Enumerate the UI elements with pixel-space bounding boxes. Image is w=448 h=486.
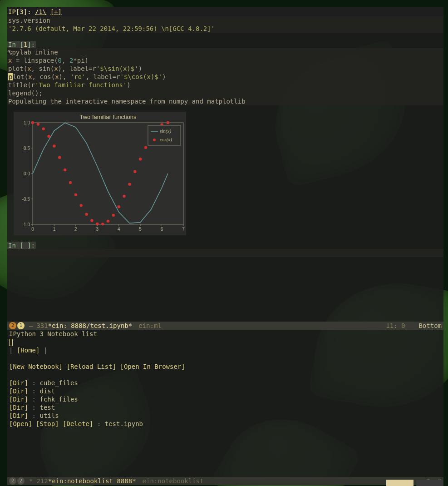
svg-point-41 bbox=[101, 223, 104, 225]
svg-point-28 bbox=[31, 121, 34, 124]
nb-list-title: IPython 3 Notebook list bbox=[9, 330, 442, 338]
svg-point-35 bbox=[69, 181, 72, 184]
svg-point-44 bbox=[118, 205, 120, 208]
notebooklist-pane: IPython 3 Notebook list | [Home] | [New … bbox=[7, 330, 443, 477]
svg-point-33 bbox=[58, 156, 61, 159]
cell-1-stdout: Populating the interactive namespace fro… bbox=[8, 98, 246, 105]
svg-point-53 bbox=[167, 121, 169, 124]
svg-text:Two familiar functions: Two familiar functions bbox=[80, 114, 137, 120]
cursor-bottom bbox=[9, 339, 13, 346]
svg-text:1: 1 bbox=[53, 227, 56, 232]
svg-text:1.0: 1.0 bbox=[24, 120, 30, 125]
svg-text:5: 5 bbox=[139, 227, 142, 232]
svg-point-43 bbox=[112, 214, 115, 217]
cursor: p bbox=[8, 73, 13, 80]
open-button[interactable]: [Open] bbox=[9, 420, 32, 427]
notebook-pane: IP[3]: /1\ [+] sys.version '2.7.6 (defau… bbox=[7, 7, 443, 322]
svg-text:4: 4 bbox=[118, 227, 120, 232]
svg-text:3: 3 bbox=[96, 227, 99, 232]
taskbar bbox=[386, 480, 443, 486]
dir-entry[interactable]: [Dir] : utils bbox=[9, 412, 442, 420]
reload-list-button[interactable]: [Reload List] bbox=[66, 363, 116, 370]
dir-entry[interactable]: [Dir] : cube_files bbox=[9, 379, 442, 387]
dir-entry[interactable]: [Dir] : test bbox=[9, 403, 442, 412]
cell-1-prompt: In [1]: bbox=[7, 41, 443, 48]
cell-2-prompt: In [ ]: bbox=[7, 242, 443, 249]
svg-point-29 bbox=[37, 123, 39, 125]
scroll-pos: Bottom bbox=[418, 322, 442, 330]
svg-text:-0.5: -0.5 bbox=[22, 197, 30, 202]
svg-point-38 bbox=[85, 213, 88, 216]
svg-text:0: 0 bbox=[31, 227, 34, 232]
delete-button[interactable]: [Delete] bbox=[63, 420, 93, 427]
modeline-bottom: 2 2 * 212 *ein:notebooklist 8888* ein:no… bbox=[7, 477, 443, 485]
svg-point-48 bbox=[139, 158, 142, 160]
taskbar-thumb[interactable] bbox=[386, 480, 414, 486]
svg-point-30 bbox=[42, 127, 45, 130]
taskbar-thumb[interactable] bbox=[416, 480, 443, 486]
cell-1-source[interactable]: %pylab inline x = linspace(0, 2*pi) plot… bbox=[7, 48, 443, 105]
svg-text:sin(x): sin(x) bbox=[160, 128, 171, 134]
svg-point-47 bbox=[133, 170, 136, 173]
output-line: '2.7.6 (default, Mar 22 2014, 22:59:56) … bbox=[8, 25, 215, 32]
svg-text:2: 2 bbox=[74, 227, 77, 232]
tab-active[interactable]: /1\ bbox=[35, 8, 46, 15]
svg-point-40 bbox=[96, 223, 98, 225]
tab-bar: IP[3]: /1\ [+] bbox=[7, 7, 443, 16]
dir-entry[interactable]: [Dir] : fchk_files bbox=[9, 395, 442, 403]
svg-point-42 bbox=[107, 220, 109, 223]
major-mode: ein:ml bbox=[138, 322, 162, 330]
svg-point-36 bbox=[74, 193, 77, 196]
notebook-file-name: test.ipynb bbox=[105, 420, 143, 427]
svg-text:7: 7 bbox=[182, 227, 185, 232]
svg-text:0.5: 0.5 bbox=[24, 146, 30, 151]
svg-point-34 bbox=[64, 169, 66, 171]
tab-add[interactable]: [+] bbox=[50, 8, 62, 15]
dir-entry[interactable]: [Dir] : dist bbox=[9, 387, 442, 395]
cell-0[interactable]: sys.version '2.7.6 (default, Mar 22 2014… bbox=[7, 16, 443, 33]
svg-point-49 bbox=[144, 146, 147, 149]
plot-output: Two familiar functions-1.0-0.50.00.51.00… bbox=[14, 112, 186, 235]
svg-text:-1.0: -1.0 bbox=[22, 222, 30, 227]
svg-point-57 bbox=[153, 139, 156, 141]
svg-text:0.0: 0.0 bbox=[24, 171, 30, 176]
svg-point-45 bbox=[123, 195, 125, 198]
buffer-name-2: *ein:notebooklist 8888* bbox=[48, 477, 136, 485]
new-notebook-button[interactable]: [New Notebook] bbox=[9, 363, 63, 370]
cell-2-source[interactable] bbox=[7, 249, 443, 257]
buffer-badge: 1 bbox=[17, 322, 25, 329]
svg-point-31 bbox=[47, 135, 50, 138]
code-line: sys.version bbox=[8, 17, 50, 24]
tab-prefix: IP[3]: bbox=[8, 8, 31, 15]
svg-point-39 bbox=[90, 219, 93, 222]
buffer-name: *ein: 8888/test.ipynb* bbox=[48, 322, 132, 330]
modeline-top: 2 1 — 331 *ein: 8888/test.ipynb* ein:ml … bbox=[7, 322, 443, 330]
open-in-browser-button[interactable]: [Open In Browser] bbox=[120, 363, 185, 370]
svg-text:6: 6 bbox=[161, 227, 163, 232]
major-mode-2: ein:notebooklist bbox=[143, 477, 204, 485]
vc-badge: 2 bbox=[9, 322, 16, 329]
stop-button[interactable]: [Stop] bbox=[36, 420, 59, 427]
svg-text:cos(x): cos(x) bbox=[160, 137, 172, 143]
svg-point-32 bbox=[53, 144, 55, 147]
home-link[interactable]: [Home] bbox=[17, 347, 40, 354]
svg-point-37 bbox=[80, 204, 83, 207]
svg-point-46 bbox=[128, 183, 131, 185]
